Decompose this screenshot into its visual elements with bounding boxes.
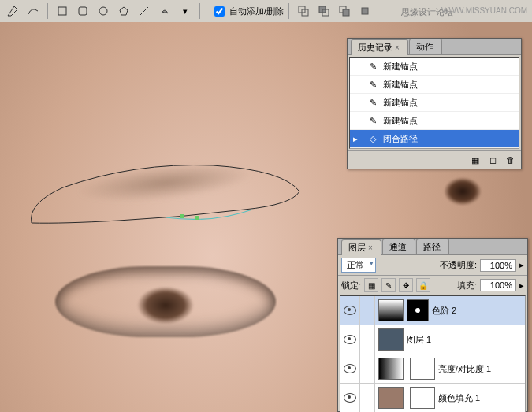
path-op-4-icon[interactable] xyxy=(355,2,374,20)
mask-thumb[interactable] xyxy=(410,358,435,380)
history-item[interactable]: ▸✎新建锚点 xyxy=(350,112,519,130)
new-state-icon[interactable]: ◻ xyxy=(486,154,499,166)
layer-name[interactable]: 图层 1 xyxy=(407,334,431,346)
solid-thumb[interactable] xyxy=(378,387,404,409)
layer-name[interactable]: 色阶 2 xyxy=(432,305,456,317)
dropdown-arrow-icon[interactable]: ▸ xyxy=(519,280,524,291)
fill-label: 填充: xyxy=(457,280,477,291)
bc-thumb-icon[interactable] xyxy=(378,358,404,380)
layer-row[interactable]: 颜色填充 1 xyxy=(340,384,525,412)
visibility-toggle[interactable] xyxy=(340,354,360,383)
history-item-label: 闭合路径 xyxy=(383,133,418,145)
anchor-icon: ✎ xyxy=(367,97,378,108)
play-icon: ▸ xyxy=(353,134,363,144)
trash-icon[interactable]: 🗑 xyxy=(504,154,516,166)
eye-icon xyxy=(344,364,356,373)
svg-rect-10 xyxy=(343,9,349,16)
anchor-icon: ✎ xyxy=(367,61,378,72)
visibility-toggle[interactable] xyxy=(340,296,360,325)
tab-actions[interactable]: 动作 xyxy=(409,39,442,54)
options-bar: ▾ 自动添加/删除 思缘设计论坛 WWW.MISSYUAN.COM xyxy=(0,0,532,23)
layer-row[interactable]: 色阶 2 xyxy=(340,296,525,325)
tab-layers[interactable]: 图层× xyxy=(341,239,381,255)
eyebrow-shading xyxy=(38,150,294,224)
lock-label: 锁定: xyxy=(341,280,361,291)
blend-mode-select[interactable]: 正常 xyxy=(341,258,376,273)
shape-roundrect-icon[interactable] xyxy=(73,2,92,20)
lock-position-icon[interactable]: ✥ xyxy=(399,278,413,292)
blend-opacity-row: 正常 不透明度: 100% ▸ xyxy=(338,255,527,276)
freeform-pen-icon[interactable] xyxy=(24,2,43,20)
layer-name[interactable]: 亮度/对比度 1 xyxy=(438,363,491,375)
auto-add-delete-label: 自动添加/删除 xyxy=(229,6,284,17)
link-column[interactable] xyxy=(360,354,375,383)
shape-custom-icon[interactable] xyxy=(155,2,174,20)
svg-rect-13 xyxy=(195,216,199,220)
link-column[interactable] xyxy=(360,325,375,354)
watermark-text: WWW.MISSYUAN.COM xyxy=(441,6,527,15)
history-item-label: 新建锚点 xyxy=(383,79,418,91)
tab-paths[interactable]: 路径 xyxy=(416,239,449,254)
svg-rect-1 xyxy=(79,7,87,15)
path-op-2-icon[interactable] xyxy=(314,2,333,20)
visibility-toggle[interactable] xyxy=(340,325,360,354)
anchor-icon: ✎ xyxy=(367,115,378,126)
shape-ellipse-icon[interactable] xyxy=(94,2,113,20)
shape-line-icon[interactable] xyxy=(135,2,154,20)
close-icon[interactable]: × xyxy=(395,43,400,52)
svg-line-4 xyxy=(140,7,148,15)
pen-tool-icon[interactable] xyxy=(3,2,22,20)
tab-history[interactable]: 历史记录× xyxy=(351,39,408,55)
layers-panel: 图层× 通道 路径 正常 不透明度: 100% ▸ 锁定: ▦ ✎ ✥ 🔒 填充… xyxy=(337,238,528,412)
history-item-label: 新建锚点 xyxy=(383,115,418,127)
path-op-3-icon[interactable] xyxy=(335,2,354,20)
layer-row[interactable]: 图层 1 xyxy=(340,325,525,354)
snapshot-icon[interactable]: ▦ xyxy=(469,154,482,166)
eye-icon xyxy=(344,393,356,403)
auto-add-delete-input[interactable] xyxy=(214,6,225,17)
close-icon[interactable]: × xyxy=(368,243,373,252)
dropdown-arrow-icon[interactable]: ▸ xyxy=(519,260,524,270)
history-item-label: 新建锚点 xyxy=(383,61,418,72)
link-column[interactable] xyxy=(360,296,375,325)
auto-add-delete-checkbox[interactable]: 自动添加/删除 xyxy=(211,4,284,19)
svg-rect-12 xyxy=(180,214,184,218)
history-item[interactable]: ▸✎新建锚点 xyxy=(350,94,519,112)
eye-icon xyxy=(344,335,356,344)
history-item[interactable]: ▸✎新建锚点 xyxy=(350,76,519,94)
anchor-icon: ✎ xyxy=(367,79,378,90)
layers-panel-tabs: 图层× 通道 路径 xyxy=(338,239,527,255)
history-item[interactable]: ▸◇闭合路径 xyxy=(350,130,519,148)
dropdown-arrow-icon[interactable]: ▾ xyxy=(176,2,195,20)
lock-all-icon[interactable]: 🔒 xyxy=(416,278,430,292)
levels-thumb-icon[interactable] xyxy=(378,299,404,321)
separator xyxy=(199,3,200,19)
eye-icon xyxy=(344,306,356,315)
layer-list[interactable]: 色阶 2 图层 1 亮度/对比度 1 颜色填充 1 xyxy=(340,295,526,412)
history-list[interactable]: ▸✎新建锚点 ▸✎新建锚点 ▸✎新建锚点 ▸✎新建锚点 ▸◇闭合路径 xyxy=(349,57,519,149)
path-op-1-icon[interactable] xyxy=(294,2,313,20)
fill-input[interactable]: 100% xyxy=(480,279,516,291)
svg-rect-11 xyxy=(362,8,368,14)
opacity-input[interactable]: 100% xyxy=(480,259,516,272)
history-panel-tabs: 历史记录× 动作 xyxy=(348,39,521,55)
layer-row[interactable]: 亮度/对比度 1 xyxy=(340,354,525,384)
lock-fill-row: 锁定: ▦ ✎ ✥ 🔒 填充: 100% ▸ xyxy=(338,276,527,295)
close-path-icon: ◇ xyxy=(367,133,378,144)
link-column[interactable] xyxy=(360,384,375,412)
history-footer: ▦ ◻ 🗑 xyxy=(348,150,521,169)
tab-channels[interactable]: 通道 xyxy=(382,239,415,254)
history-item-label: 新建锚点 xyxy=(383,97,418,109)
lock-pixels-icon[interactable]: ✎ xyxy=(381,278,396,292)
layer-name[interactable]: 颜色填充 1 xyxy=(438,392,480,404)
separator xyxy=(288,3,289,19)
svg-point-2 xyxy=(99,7,107,15)
history-item[interactable]: ▸✎新建锚点 xyxy=(350,58,519,76)
lock-transparent-icon[interactable]: ▦ xyxy=(364,278,378,292)
shape-rect-icon[interactable] xyxy=(53,2,72,20)
mask-thumb[interactable] xyxy=(410,387,435,409)
image-thumb[interactable] xyxy=(378,328,404,351)
shape-polygon-icon[interactable] xyxy=(114,2,133,20)
visibility-toggle[interactable] xyxy=(340,384,360,412)
mask-thumb[interactable] xyxy=(407,299,429,321)
